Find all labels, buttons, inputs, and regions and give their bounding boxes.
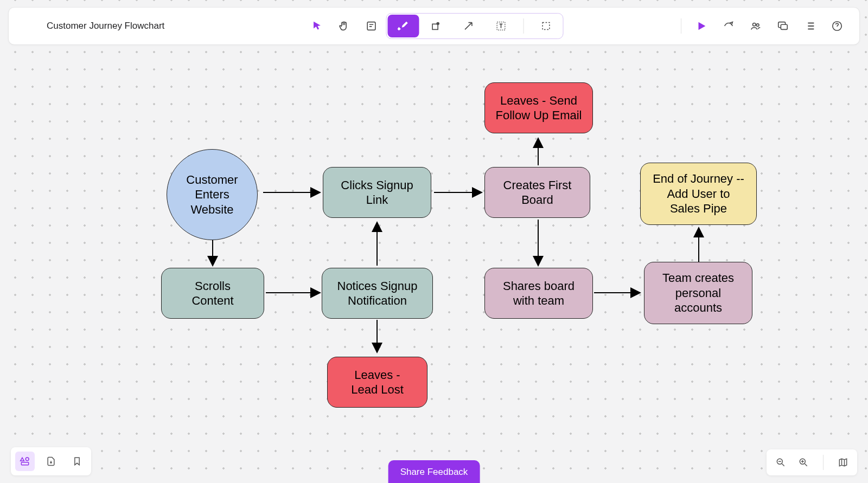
marquee-icon [540, 20, 552, 32]
bottom-right-toolbar [767, 449, 857, 475]
shapes-icon [20, 456, 30, 467]
node-label: Leaves - SendFollow Up Email [496, 93, 582, 123]
node-label: End of Journey --Add User toSales Pipe [653, 171, 744, 216]
text-icon [495, 20, 507, 32]
node-label: Team createspersonalaccounts [662, 271, 734, 315]
zoom-in-button[interactable] [795, 454, 812, 471]
cursor-icon [311, 20, 323, 32]
separator [681, 18, 681, 34]
hand-icon [339, 20, 350, 32]
node-label: Notices SignupNotification [337, 279, 418, 308]
center-tools [305, 13, 564, 39]
arrow-tool[interactable] [453, 15, 484, 37]
shapes-library-button[interactable] [15, 452, 35, 471]
document-title[interactable]: Customer Journey Flowchart [47, 21, 164, 31]
file-download-icon [46, 456, 56, 467]
node-end[interactable]: End of Journey --Add User toSales Pipe [640, 163, 757, 225]
node-label: CustomerEntersWebsite [186, 172, 238, 217]
help-icon [831, 20, 843, 32]
node-label: Creates FirstBoard [503, 178, 572, 208]
marquee-tool[interactable] [531, 15, 562, 37]
node-team[interactable]: Team createspersonalaccounts [644, 262, 752, 324]
node-start[interactable]: CustomerEntersWebsite [167, 149, 258, 240]
separator [524, 18, 524, 34]
node-scrolls[interactable]: ScrollsContent [161, 268, 264, 319]
svg-point-2 [436, 22, 439, 25]
node-clicks[interactable]: Clicks SignupLink [323, 167, 431, 218]
svg-point-20 [25, 458, 29, 461]
node-leadlost[interactable]: Leaves -Lead Lost [327, 357, 427, 408]
pan-tool[interactable] [332, 14, 357, 38]
shape-icon [430, 20, 442, 32]
svg-rect-4 [542, 23, 550, 30]
node-creates[interactable]: Creates FirstBoard [484, 167, 590, 218]
shape-tool-group [386, 13, 564, 39]
svg-point-6 [756, 24, 759, 27]
separator [823, 455, 824, 470]
play-icon [695, 20, 707, 32]
note-tool[interactable] [359, 14, 384, 38]
shape-tool[interactable] [420, 15, 452, 37]
list-icon [804, 20, 816, 32]
svg-point-5 [753, 23, 756, 27]
zoom-in-icon [798, 457, 809, 468]
node-leaves-email[interactable]: Leaves - SendFollow Up Email [484, 82, 593, 133]
people-icon [750, 20, 762, 32]
node-label: Shares boardwith team [503, 279, 575, 308]
tools-button[interactable] [388, 15, 419, 37]
outline-button[interactable] [797, 14, 822, 38]
svg-rect-8 [781, 24, 787, 29]
select-tool[interactable] [305, 14, 330, 38]
bottom-left-toolbar [11, 447, 91, 475]
svg-rect-1 [432, 24, 438, 29]
collaborators-button[interactable] [743, 14, 768, 38]
minimap-button[interactable] [834, 454, 852, 471]
node-label: Leaves -Lead Lost [351, 368, 404, 397]
comments-button[interactable] [770, 14, 795, 38]
map-icon [838, 457, 848, 468]
zoom-out-button[interactable] [772, 454, 789, 471]
svg-rect-0 [367, 22, 375, 30]
share-button[interactable] [716, 14, 741, 38]
node-label: ScrollsContent [192, 279, 233, 308]
share-feedback-button[interactable]: Share Feedback [388, 460, 480, 483]
share-icon [723, 20, 735, 32]
text-tool[interactable] [486, 15, 517, 37]
right-tools [675, 14, 850, 38]
node-notices[interactable]: Notices SignupNotification [322, 268, 433, 319]
node-shares[interactable]: Shares boardwith team [484, 268, 593, 319]
bookmark-icon [72, 456, 82, 467]
arrow-icon [463, 20, 475, 32]
bookmark-button[interactable] [67, 452, 87, 471]
comment-icon [777, 20, 789, 32]
flow-layer: CustomerEntersWebsite ScrollsContent Cli… [0, 0, 868, 483]
import-button[interactable] [41, 452, 61, 471]
svg-rect-21 [21, 462, 28, 465]
note-icon [366, 20, 378, 32]
node-label: Clicks SignupLink [341, 178, 413, 208]
tools-icon [398, 20, 410, 32]
top-toolbar: Customer Journey Flowchart [9, 8, 859, 44]
present-button[interactable] [689, 14, 714, 38]
help-button[interactable] [825, 14, 850, 38]
zoom-out-icon [775, 457, 786, 468]
